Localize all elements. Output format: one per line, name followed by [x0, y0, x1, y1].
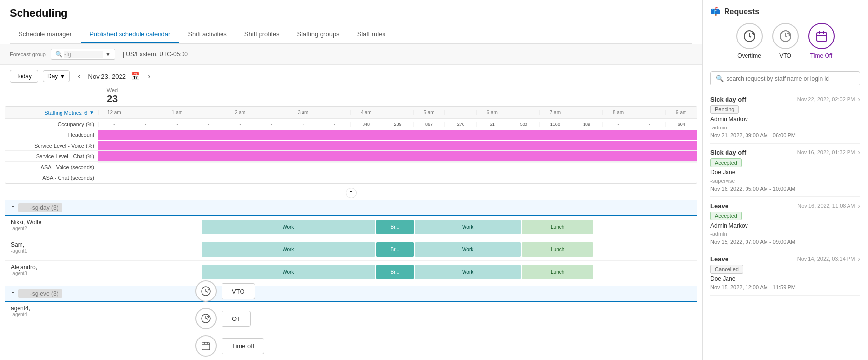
today-button[interactable]: Today — [10, 70, 38, 83]
request-person-id-3: -admin — [710, 231, 860, 237]
timeoff-circle — [808, 23, 835, 49]
asa-chat-label: ASA - Chat (seconds) — [5, 174, 98, 182]
request-date-range-2: Nov 16, 2022, 05:00 AM - 10:00 AM — [710, 186, 860, 191]
panel-title-text: Requests — [724, 7, 759, 16]
staff-id-nikki: -agent2 — [11, 226, 92, 231]
right-panel: 📫 Requests Overtime — [702, 0, 868, 360]
overtime-icon-item[interactable]: Overtime — [736, 23, 763, 59]
staff-name-sam: Sam, — [11, 241, 92, 248]
prev-button[interactable]: ‹ — [75, 71, 83, 82]
headcount-label: Headcount — [5, 131, 98, 139]
asa-voice-label: ASA - Voice (seconds) — [5, 163, 98, 171]
request-chevron-2: › — [858, 148, 860, 156]
request-person-id-1: -admin — [710, 125, 860, 130]
ot-action-row: OT — [195, 308, 264, 329]
staff-member-alejandro: Alejandro, -agent3 Work Br... Work Lunch — [5, 261, 697, 283]
timeoff-icon-item[interactable]: Time Off — [808, 23, 835, 59]
request-item-2[interactable]: Sick day off Nov 16, 2022, 01:32 PM › Ac… — [710, 144, 860, 197]
metrics-section: Staffing Metrics: 6 ▼ 12 am 1 am 2 am 3 … — [5, 106, 697, 184]
timeoff-action-row: Time off — [195, 335, 264, 357]
request-date-range-3: Nov 15, 2022, 07:00 AM - 09:00 AM — [710, 239, 860, 245]
forecast-input[interactable] — [64, 51, 103, 58]
vto-label-button[interactable]: VTO — [222, 283, 255, 299]
request-chevron-4: › — [858, 255, 860, 263]
action-buttons-panel: VTO OT — [195, 280, 264, 360]
ot-icon-button[interactable] — [195, 308, 217, 329]
lunch-block: Lunch — [522, 265, 593, 279]
tab-published-schedule-calendar[interactable]: Published schedule calendar — [81, 25, 179, 43]
panel-header: 📫 Requests Overtime — [703, 0, 868, 66]
vto-icon-button[interactable] — [195, 280, 217, 302]
collapse-metrics-button[interactable]: ⌃ — [346, 188, 357, 198]
group-header-day[interactable]: ⌃ -sg-day (3) — [5, 200, 697, 216]
timezone-text: | US/Eastern, UTC-05:00 — [123, 51, 188, 58]
timeoff-label: Time Off — [810, 52, 832, 59]
next-button[interactable]: › — [145, 71, 153, 82]
tab-staff-rules[interactable]: Staff rules — [348, 25, 394, 43]
day-select[interactable]: Day ▼ — [43, 70, 70, 82]
group-name-eve: -sg-eve (3) — [18, 289, 62, 298]
calendar-icon[interactable]: 📅 — [131, 72, 140, 81]
request-type-1: Sick day off — [710, 96, 746, 103]
lunch-block: Lunch — [522, 242, 593, 257]
tab-shift-profiles[interactable]: Shift profiles — [236, 25, 288, 43]
date-display: Nov 23, 2022 — [88, 73, 126, 80]
staff-info-alejandro: Alejandro, -agent3 — [5, 261, 98, 283]
search-bar[interactable]: 🔍 — [710, 71, 860, 85]
day-header: Wed 23 — [98, 87, 127, 105]
collapse-metrics-row: ⌃ — [5, 186, 697, 200]
day-number: 23 — [98, 93, 127, 105]
request-badge-2: Accepted — [710, 158, 742, 167]
dropdown-icon[interactable]: ▼ — [105, 51, 111, 57]
request-item-1[interactable]: Sick day off Nov 22, 2022, 02:02 PM › Pe… — [710, 90, 860, 144]
staff-info-nikki: Nikki, Wolfe -agent2 — [5, 216, 98, 238]
search-icon: 🔍 — [55, 51, 62, 58]
group-header-eve[interactable]: ⌃ -sg-eve (3) — [5, 286, 697, 302]
ot-label-button[interactable]: OT — [222, 311, 251, 327]
lunch-block: Lunch — [522, 220, 593, 234]
work-block-2: Work — [415, 242, 521, 257]
forecast-bar: Forecast group 🔍 ▼ | US/Eastern, UTC-05:… — [0, 44, 702, 65]
overtime-circle — [736, 23, 763, 49]
app-header: Scheduling Schedule manager Published sc… — [0, 0, 702, 44]
work-block-2: Work — [415, 220, 521, 234]
vto-circle — [772, 23, 799, 49]
search-input[interactable] — [727, 75, 855, 82]
calendar-controls: Today Day ▼ ‹ Nov 23, 2022 📅 › — [0, 65, 702, 87]
staff-schedule-nikki: Work Br... Work Lunch — [98, 216, 697, 238]
timeoff-label-button[interactable]: Time off — [222, 338, 264, 354]
request-person-3: Admin Markov — [710, 222, 860, 229]
work-block: Work — [202, 220, 375, 234]
request-time-1: Nov 22, 2022, 02:02 PM — [797, 96, 855, 102]
work-block: Work — [202, 242, 375, 257]
staffing-metrics-header[interactable]: Staffing Metrics: 6 ▼ 12 am 1 am 2 am 3 … — [5, 107, 697, 119]
inbox-icon: 📫 — [710, 7, 720, 16]
request-date-range-4: Nov 15, 2022, 12:00 AM - 11:59 PM — [710, 284, 860, 290]
calendar-body-wrapper: Wed 23 Staffing Metrics: 6 ▼ 12 am 1 am — [0, 87, 702, 360]
request-badge-3: Accepted — [710, 212, 742, 220]
staff-name-alejandro: Alejandro, — [11, 264, 92, 271]
tab-bar: Schedule manager Published schedule cale… — [10, 25, 692, 44]
staff-info-sam: Sam, -agent1 — [5, 238, 98, 260]
staff-groups: ⌃ -sg-day (3) Nikki, Wolfe -agent2 Work — [5, 200, 697, 327]
chevron-down-icon: ▼ — [60, 73, 65, 80]
svg-rect-2 — [202, 343, 210, 350]
staff-id-agent4: -agent4 — [11, 312, 92, 317]
staff-id-sam: -agent1 — [11, 248, 92, 254]
tab-shift-activities[interactable]: Shift activities — [179, 25, 235, 43]
vto-icon-item[interactable]: VTO — [772, 23, 799, 59]
tab-staffing-groups[interactable]: Staffing groups — [288, 25, 348, 43]
timeoff-icon-button[interactable] — [195, 335, 217, 357]
vto-action-row: VTO — [195, 280, 264, 302]
forecast-input-wrap[interactable]: 🔍 ▼ — [51, 49, 115, 60]
tab-schedule-manager[interactable]: Schedule manager — [10, 25, 81, 43]
request-item-4[interactable]: Leave Nov 14, 2022, 03:14 PM › Cancelled… — [710, 250, 860, 296]
request-item-3[interactable]: Leave Nov 16, 2022, 11:08 AM › Accepted … — [710, 197, 860, 250]
service-level-voice-label: Service Level - Voice (%) — [5, 142, 98, 149]
request-type-2: Sick day off — [710, 149, 746, 156]
staffing-metrics-label: Staffing Metrics: 6 — [44, 110, 87, 116]
break-block: Br... — [376, 242, 414, 257]
request-chevron-1: › — [858, 95, 860, 103]
break-block: Br... — [376, 220, 414, 234]
request-badge-4: Cancelled — [710, 265, 743, 274]
